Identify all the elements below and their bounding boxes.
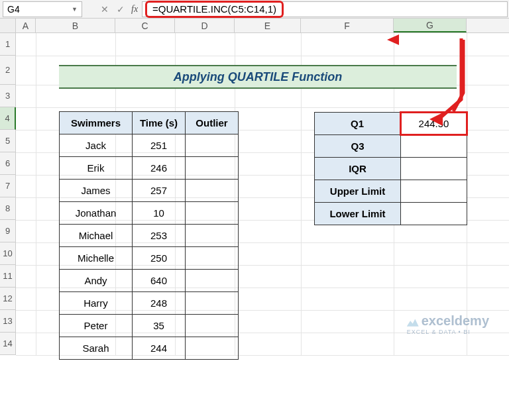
row-header-5[interactable]: 5	[0, 130, 16, 152]
table-row: Michelle250	[60, 247, 239, 270]
cell[interactable]	[186, 202, 239, 225]
row-header-11[interactable]: 11	[0, 265, 16, 288]
table-row: Q3	[315, 135, 467, 158]
cell-grid[interactable]: Applying QUARTILE Function Swimmers Time…	[16, 33, 509, 355]
cell[interactable]: 257	[133, 180, 186, 202]
stats-table: Q1244.50Q3IQRUpper LimitLower Limit	[314, 111, 468, 225]
row-header-10[interactable]: 10	[0, 242, 16, 265]
stat-label[interactable]: Upper Limit	[315, 180, 401, 203]
col-header-E[interactable]: E	[235, 19, 301, 32]
cell[interactable]	[186, 134, 239, 157]
row-header-8[interactable]: 8	[0, 197, 16, 220]
cell[interactable]	[186, 315, 239, 337]
row-header-6[interactable]: 6	[0, 152, 16, 175]
check-icon[interactable]: ✓	[113, 1, 129, 17]
formula-text: =QUARTILE.INC(C5:C14,1)	[152, 3, 276, 15]
row-header-2[interactable]: 2	[0, 56, 16, 85]
name-box[interactable]: G4 ▼	[3, 1, 82, 17]
table-row: Erik246	[60, 157, 239, 180]
col-header-C[interactable]: C	[115, 19, 175, 32]
col-header-B[interactable]: B	[36, 19, 115, 32]
cell[interactable]: 640	[133, 270, 186, 292]
table-row: Sarah244	[60, 337, 239, 360]
cell[interactable]: 246	[133, 157, 186, 180]
header-outlier[interactable]: Outlier	[186, 112, 239, 134]
table-header-row: Swimmers Time (s) Outlier	[60, 112, 239, 134]
cell[interactable]: 10	[133, 202, 186, 225]
cell[interactable]: Peter	[60, 315, 133, 337]
row-header-9[interactable]: 9	[0, 220, 16, 242]
chevron-down-icon[interactable]: ▼	[72, 6, 78, 13]
cell[interactable]: Michael	[60, 225, 133, 247]
row-header-7[interactable]: 7	[0, 175, 16, 197]
cell[interactable]: James	[60, 180, 133, 202]
row-headers: 1234567891011121314	[0, 33, 16, 355]
table-row: Michael253	[60, 225, 239, 247]
stat-label[interactable]: IQR	[315, 158, 401, 180]
table-row: James257	[60, 180, 239, 202]
stat-label[interactable]: Lower Limit	[315, 203, 401, 225]
header-swimmers[interactable]: Swimmers	[60, 112, 133, 134]
fx-icon[interactable]: fx	[131, 4, 138, 15]
row-header-4[interactable]: 4	[0, 107, 16, 130]
cell[interactable]: 250	[133, 247, 186, 270]
cancel-icon[interactable]: ✕	[97, 1, 113, 17]
cell[interactable]: Andy	[60, 270, 133, 292]
col-header-A[interactable]: A	[16, 19, 36, 32]
cell[interactable]	[186, 292, 239, 315]
header-time[interactable]: Time (s)	[133, 112, 186, 134]
formula-input[interactable]: =QUARTILE.INC(C5:C14,1)	[142, 1, 508, 17]
cell[interactable]: Michelle	[60, 247, 133, 270]
stat-value[interactable]	[401, 135, 467, 158]
row-header-14[interactable]: 14	[0, 333, 16, 355]
page-title: Applying QUARTILE Function	[59, 65, 457, 89]
stat-label[interactable]: Q1	[315, 113, 401, 135]
cell[interactable]	[186, 270, 239, 292]
row-header-12[interactable]: 12	[0, 288, 16, 310]
table-row: Jack251	[60, 134, 239, 157]
cell[interactable]: 253	[133, 225, 186, 247]
table-row: IQR	[315, 158, 467, 180]
table-row: Upper Limit	[315, 180, 467, 203]
table-row: Peter35	[60, 315, 239, 337]
cell[interactable]: 248	[133, 292, 186, 315]
table-row: Q1244.50	[315, 113, 467, 135]
col-header-D[interactable]: D	[175, 19, 235, 32]
cell[interactable]: Jonathan	[60, 202, 133, 225]
cell[interactable]	[186, 225, 239, 247]
cell[interactable]	[186, 157, 239, 180]
cell[interactable]: 244	[133, 337, 186, 360]
watermark: exceldemy EXCEL & DATA • BI	[407, 313, 489, 335]
table-row: Lower Limit	[315, 203, 467, 225]
name-box-value: G4	[7, 4, 20, 15]
cell[interactable]: 35	[133, 315, 186, 337]
col-header-F[interactable]: F	[301, 19, 394, 32]
cell[interactable]: Erik	[60, 157, 133, 180]
cell[interactable]	[186, 337, 239, 360]
cell[interactable]: Sarah	[60, 337, 133, 360]
cell[interactable]: Jack	[60, 134, 133, 157]
stat-value[interactable]	[401, 158, 467, 180]
cell[interactable]: 251	[133, 134, 186, 157]
cell[interactable]	[186, 180, 239, 202]
cell[interactable]: Harry	[60, 292, 133, 315]
table-row: Jonathan10	[60, 202, 239, 225]
stat-label[interactable]: Q3	[315, 135, 401, 158]
formula-highlight: =QUARTILE.INC(C5:C14,1)	[145, 1, 284, 18]
row-header-1[interactable]: 1	[0, 33, 16, 56]
table-row: Harry248	[60, 292, 239, 315]
table-row: Andy640	[60, 270, 239, 292]
stat-value[interactable]: 244.50	[401, 113, 467, 135]
select-all-corner[interactable]	[0, 19, 16, 32]
stat-value[interactable]	[401, 203, 467, 225]
row-header-3[interactable]: 3	[0, 85, 16, 107]
formula-bar: G4 ▼ ✕ ✓ fx =QUARTILE.INC(C5:C14,1)	[0, 0, 509, 19]
row-header-13[interactable]: 13	[0, 310, 16, 333]
data-table: Swimmers Time (s) Outlier Jack251Erik246…	[59, 111, 239, 360]
col-header-G[interactable]: G	[394, 19, 467, 32]
chart-icon	[407, 317, 419, 327]
cell[interactable]	[186, 247, 239, 270]
column-headers: ABCDEFG	[0, 19, 509, 33]
stat-value[interactable]	[401, 180, 467, 203]
